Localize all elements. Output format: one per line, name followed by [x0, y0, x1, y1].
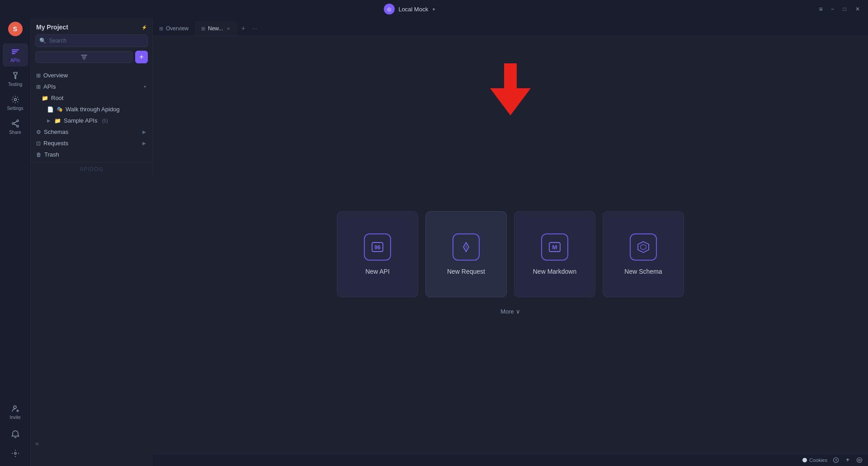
- tree-item-overview[interactable]: ⊞ Overview: [31, 70, 152, 81]
- tab-bar: ⊞ Overview ⊞ New... ✕ + ···: [153, 18, 868, 36]
- tab-overview[interactable]: ⊞ Overview: [153, 21, 195, 36]
- gear-icon: [11, 449, 20, 458]
- main-content: ⊞ Overview ⊞ New... ✕ + ···: [153, 18, 868, 466]
- search-input[interactable]: [35, 34, 148, 47]
- apidog-logo: APIDOG: [80, 166, 104, 172]
- env-label: Local Mock: [398, 6, 428, 13]
- minimize-button[interactable]: −: [828, 5, 837, 13]
- sample-badge: (5): [102, 118, 108, 124]
- up-icon: [844, 457, 851, 463]
- new-markdown-label: New Markdown: [533, 268, 576, 275]
- cards-grid: 96 New API New Request: [337, 211, 684, 297]
- schemas-expand-arrow: ▶: [142, 129, 146, 134]
- env-icon: ◎: [384, 4, 395, 14]
- tree-item-overview-label: Overview: [43, 72, 68, 79]
- svg-point-4: [17, 120, 19, 122]
- card-new-request[interactable]: New Request: [425, 211, 507, 297]
- bottom-icon-3[interactable]: [856, 457, 863, 463]
- tab-close-button[interactable]: ✕: [226, 25, 231, 32]
- sidebar-item-settings-label: Settings: [7, 106, 23, 111]
- card-new-markdown[interactable]: M New Markdown: [514, 211, 595, 297]
- close-button[interactable]: ✕: [853, 5, 863, 13]
- new-request-label: New Request: [447, 268, 485, 275]
- svg-rect-1: [12, 51, 17, 52]
- menu-icon[interactable]: ≡: [817, 4, 825, 14]
- schemas-icon: ⚙: [36, 129, 41, 135]
- svg-text:96: 96: [374, 244, 381, 251]
- new-schema-icon: [630, 233, 657, 261]
- tree-item-sample-apis[interactable]: ▶ 📁 Sample APIs (5): [31, 115, 152, 126]
- svg-rect-0: [12, 49, 19, 51]
- tree-item-schemas-label: Schemas: [44, 128, 68, 135]
- tree-item-root-label: Root: [51, 95, 63, 101]
- tab-new[interactable]: ⊞ New... ✕: [195, 21, 237, 36]
- testing-icon: [11, 71, 20, 80]
- sidebar-item-testing[interactable]: Testing: [3, 67, 28, 90]
- collapse-sidebar-button[interactable]: «: [31, 437, 43, 450]
- more-chevron: ∨: [516, 308, 520, 315]
- tree-item-root[interactable]: 📁 Root: [31, 92, 152, 104]
- filter-button[interactable]: [35, 51, 132, 63]
- cookies-item[interactable]: Cookies: [802, 457, 827, 463]
- overview-icon: ⊞: [36, 72, 41, 79]
- more-button[interactable]: More ∨: [500, 308, 520, 315]
- folder-icon: 📁: [42, 95, 48, 101]
- svg-point-14: [857, 457, 862, 462]
- bell-icon: [11, 430, 20, 439]
- trash-icon: 🗑: [36, 152, 42, 158]
- file-icon: 📄: [47, 106, 54, 113]
- svg-point-3: [14, 99, 16, 101]
- svg-point-8: [14, 452, 16, 454]
- tree-item-apis[interactable]: ⊞ APIs ▾: [31, 81, 152, 92]
- sidebar-item-settings[interactable]: Settings: [3, 91, 28, 114]
- tree-item-schemas[interactable]: ⚙ Schemas ▶: [31, 126, 152, 138]
- add-button[interactable]: +: [135, 51, 148, 63]
- tab-more-button[interactable]: ···: [249, 21, 261, 36]
- card-new-schema[interactable]: New Schema: [603, 211, 684, 297]
- sample-folder-icon: 📁: [54, 118, 61, 124]
- tab-new-label: New...: [208, 25, 223, 32]
- avatar[interactable]: S: [8, 22, 23, 36]
- tree-item-sample-label: Sample APIs: [64, 117, 97, 124]
- filter-icon: [81, 54, 87, 60]
- maximize-button[interactable]: □: [840, 5, 849, 13]
- sidebar-item-share[interactable]: Share: [3, 115, 28, 138]
- sidebar-item-apis[interactable]: APIs: [3, 43, 28, 67]
- tree-footer: APIDOG: [31, 162, 152, 176]
- search-icon: 🔍: [39, 38, 46, 44]
- sidebar-item-apis-label: APIs: [10, 58, 20, 63]
- red-arrow: [490, 63, 531, 115]
- tree-sidebar-wrapper: My Project ⚡ 🔍 + ⊞ Overview: [31, 18, 153, 466]
- tree-item-requests-label: Requests: [43, 140, 68, 147]
- apis-tree-icon: ⊞: [36, 84, 41, 90]
- env-selector[interactable]: ◎ Local Mock ▾: [384, 4, 435, 14]
- svg-point-7: [14, 406, 16, 409]
- tree-item-requests[interactable]: ⊡ Requests ▶: [31, 138, 152, 149]
- tree-item-walkthrough[interactable]: 📄 🎭 Walk through Apidog: [31, 104, 152, 115]
- new-api-label: New API: [365, 268, 390, 275]
- sidebar-item-notifications[interactable]: [3, 426, 28, 442]
- svg-point-15: [859, 459, 860, 461]
- sidebar-item-preferences[interactable]: [3, 445, 28, 461]
- tree-item-walkthrough-label: Walk through Apidog: [66, 106, 119, 113]
- settings-icon: [11, 95, 20, 104]
- bottom-icon-2[interactable]: [844, 457, 851, 463]
- main-layout: S APIs Testing: [0, 18, 868, 466]
- project-title-arrow: ⚡: [142, 25, 147, 30]
- sidebar-item-invite[interactable]: Invite: [3, 400, 28, 423]
- bottom-bar: Cookies: [153, 453, 868, 466]
- tree-content: ⊞ Overview ⊞ APIs ▾ 📁 Root 📄 🎭: [31, 68, 152, 162]
- tree-item-trash[interactable]: 🗑 Trash: [31, 149, 152, 160]
- tab-add-button[interactable]: +: [237, 21, 249, 36]
- requests-icon: ⊡: [36, 140, 41, 147]
- apis-icon: [11, 47, 20, 56]
- tree-item-trash-label: Trash: [44, 151, 59, 158]
- card-new-api[interactable]: 96 New API: [337, 211, 418, 297]
- titlebar: ◎ Local Mock ▾ ≡ − □ ✕: [0, 0, 868, 18]
- bottom-icon-1[interactable]: [833, 457, 839, 463]
- tree-header: My Project ⚡: [31, 18, 152, 34]
- svg-rect-2: [12, 53, 15, 54]
- sidebar-item-testing-label: Testing: [8, 82, 23, 87]
- apis-expand-arrow: ▾: [144, 84, 146, 89]
- cookies-label: Cookies: [809, 457, 827, 463]
